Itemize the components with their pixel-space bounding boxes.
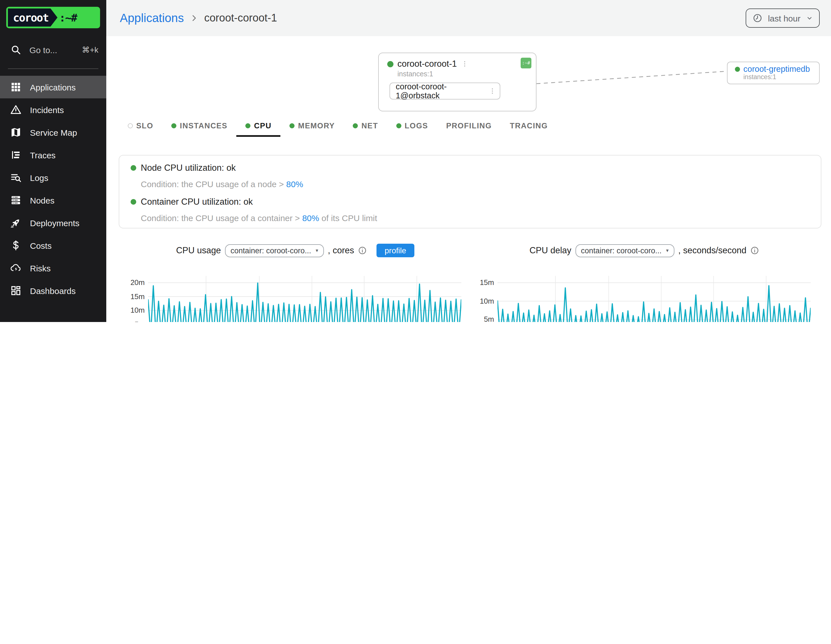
tab-label: NET [361,121,378,130]
sidebar-item-label: Traces [30,150,56,160]
check-title: Node CPU utilization: ok [141,163,236,173]
sidebar-item-deployments[interactable]: Deployments [0,212,106,234]
chevron-down-icon: ▾ [316,248,318,253]
tab-cpu[interactable]: CPU [237,115,281,136]
select-value: container: coroot-coro... [231,246,311,255]
time-range-value: last hour [768,13,801,23]
y-tick-label: 15m [480,278,494,287]
app-card-coroot-coroot-1: coroot-coroot-1 :~# instances:1 coroot-c… [378,53,536,112]
tab-label: INSTANCES [180,121,227,130]
kebab-menu-icon[interactable] [489,87,496,95]
sidebar-item-costs[interactable]: Costs [0,234,106,257]
instance-box[interactable]: coroot-coroot-1@orbstack [390,83,500,99]
sidebar: coroot :~# Go to... ⌘+k ApplicationsInci… [0,0,106,322]
topbar: Applications coroot-coroot-1 last hour [106,0,831,36]
peer-name[interactable]: coroot-greptimedb [743,64,810,73]
tab-label: LOGS [405,121,428,130]
chart-select[interactable]: container: coroot-coro...▾ [225,244,324,257]
peer-card-header: coroot-greptimedb [735,64,819,73]
tab-instances[interactable]: INSTANCES [162,115,236,136]
divider [8,69,99,69]
check-title-row: Node CPU utilization: ok [131,163,810,173]
breadcrumb-applications[interactable]: Applications [120,11,184,25]
go-to-search[interactable]: Go to... ⌘+k [0,38,106,61]
sidebar-item-label: Applications [30,82,76,92]
go-to-shortcut: ⌘+k [82,45,99,54]
profile-button[interactable]: profile [377,244,414,257]
tab-memory[interactable]: MEMORY [281,115,344,136]
chevron-right-icon [189,14,198,22]
chevron-down-icon: ▾ [666,248,669,253]
condition-text: of its CPU limit [319,213,377,223]
tab-label: MEMORY [298,121,335,130]
y-tick-label: 10m [480,296,494,306]
sidebar-item-incidents[interactable]: Incidents [0,98,106,121]
status-dot [128,123,133,128]
status-dot [735,67,740,72]
chart-unit: , cores [328,245,354,255]
condition-threshold[interactable]: 80% [287,179,303,189]
sidebar-item-risks[interactable]: Risks [0,257,106,279]
kebab-menu-icon[interactable] [461,60,469,68]
chart-line-coroot-coroot-1-orbstack [497,285,811,322]
tab-profiling[interactable]: PROFILING [437,115,501,136]
app-card-header: coroot-coroot-1 [379,53,536,69]
info-icon[interactable] [358,246,367,255]
sidebar-item-label: Dashboards [30,286,76,295]
info-icon[interactable] [750,246,759,255]
tabs: SLOINSTANCESCPUMEMORYNETLOGSPROFILINGTRA… [119,115,557,136]
tab-label: CPU [254,121,272,130]
sidebar-item-service-map[interactable]: Service Map [0,121,106,143]
chart-canvas [148,276,461,322]
time-range-selector[interactable]: last hour [746,8,820,28]
sidebar-item-logs[interactable]: Logs [0,166,106,189]
apps-icon [10,81,21,93]
logs-icon [10,172,21,183]
search-icon [10,44,21,56]
tab-logs[interactable]: LOGS [387,115,437,136]
coroot-badge: :~# [521,58,532,69]
chart-title: CPU usage [176,245,221,255]
status-dot [353,123,358,128]
tab-net[interactable]: NET [344,115,387,136]
condition-text: Condition: the CPU usage of a container … [141,213,302,223]
page: Applications coroot-coroot-1 last hour c… [0,0,831,322]
chart-select[interactable]: container: coroot-coro...▾ [575,244,674,257]
sidebar-item-nodes[interactable]: Nodes [0,189,106,212]
check-item: Container CPU utilization: okCondition: … [131,197,810,223]
tab-tracing[interactable]: TRACING [501,115,557,136]
y-axis-labels: 0m5m10m15m [478,276,497,322]
sidebar-item-traces[interactable]: Traces [0,143,106,166]
select-value: container: coroot-coro... [581,246,661,255]
sidebar-item-dashboards[interactable]: Dashboards [0,279,106,302]
y-tick-label: 5m [135,320,145,322]
sidebar-item-label: Risks [30,263,51,273]
go-to-label: Go to... [29,45,57,54]
condition-threshold[interactable]: 80% [302,213,319,223]
sidebar-item-label: Incidents [30,105,64,115]
check-item: Node CPU utilization: okCondition: the C… [131,163,810,190]
tab-slo[interactable]: SLO [119,115,162,136]
rocket-icon [10,217,21,228]
check-condition: Condition: the CPU usage of a node > 80% [141,179,810,190]
clock-icon [753,13,763,23]
sidebar-item-applications[interactable]: Applications [0,76,106,98]
sidebar-item-label: Nodes [30,195,54,205]
instance-name: coroot-coroot-1@orbstack [396,82,486,100]
chart-cpu-delay: CPU delaycontainer: coroot-coro...▾, sec… [478,243,811,322]
tab-label: TRACING [510,121,548,130]
coroot-logo[interactable]: coroot :~# [6,7,100,28]
sidebar-menu: ApplicationsIncidentsService MapTracesLo… [0,76,106,302]
tab-label: PROFILING [446,121,492,130]
nodes-icon [10,194,21,206]
chart-line-coroot-coroot-1-orbstack [148,283,461,322]
map-connector [520,57,735,91]
traces-icon [10,149,21,161]
check-panel: Node CPU utilization: okCondition: the C… [119,155,821,228]
coroot-logo-suffix: :~# [59,11,77,24]
check-list: Node CPU utilization: okCondition: the C… [131,163,810,223]
tab-label: SLO [136,121,153,130]
peer-instances: instances:1 [743,73,819,81]
check-title-row: Container CPU utilization: ok [131,197,810,207]
y-tick-label: 20m [130,278,145,287]
